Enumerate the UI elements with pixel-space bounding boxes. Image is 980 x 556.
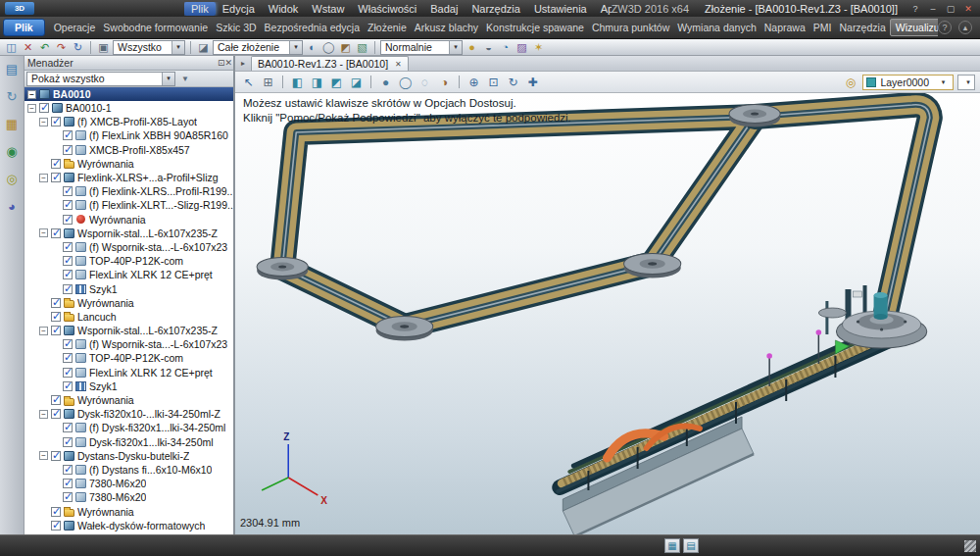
tree-item[interactable]: (f) Dystans fi...6x10-M6x10 (24, 463, 233, 477)
tree-item-label[interactable]: Flexlink-XLRS+...a-Profil+Slizg (77, 172, 219, 183)
tree-item[interactable]: (f) Flexlink-XLRT...-Slizg-R199.. (24, 198, 233, 212)
tree-checkbox[interactable] (63, 479, 73, 488)
menu-item-plik[interactable]: Plik (184, 2, 216, 16)
tree-item-label[interactable]: Dysk-fi320x1...lki-34-250ml (89, 436, 214, 448)
tree-item[interactable]: Wyrównania (24, 504, 233, 518)
tree-item-label[interactable]: Wspornik-stal...L-6x107x235-Z (77, 325, 218, 336)
close-icon[interactable]: ✕ (960, 2, 976, 15)
menu-item-aplikacje[interactable]: Aplikacje (594, 2, 612, 16)
tree-item[interactable]: −Wspornik-stal...L-6x107x235-Z (24, 324, 233, 337)
menu-item-właściwości[interactable]: Właściwości (351, 2, 423, 16)
tree-item[interactable]: −Dystans-Dysku-butelki-Z (24, 449, 233, 463)
tree-item-label[interactable]: TOP-40P-P12K-com (89, 352, 183, 364)
ribbon-tab-szkic-3d[interactable]: Szkic 3D (212, 19, 260, 36)
tree-item-label[interactable]: XMCB-Profil-X85x457 (89, 144, 190, 156)
tree-item[interactable]: FlexLink XLRK 12 CE+pręt (24, 268, 233, 281)
ribbon-tab-wizualizuj[interactable]: Wizualizuj (890, 19, 938, 36)
tree-item[interactable]: (f) Wspornik-sta...-L-6x107x23 (24, 240, 233, 254)
shadow-icon[interactable]: ◒ (481, 40, 496, 55)
scope-combo[interactable]: Całe złożenie▾ (213, 40, 303, 55)
isolate-icon[interactable]: ◩ (338, 40, 353, 55)
tree-item-label[interactable]: (f) Wspornik-sta...-L-6x107x23 (89, 241, 227, 253)
tree-item[interactable]: Lancuch (24, 310, 233, 324)
tree-item-label[interactable]: (f) FlexLink XBBH 90A85R160 (89, 129, 228, 141)
tree-expander[interactable]: − (39, 327, 48, 335)
tree-item[interactable]: −BA0010-1 (24, 101, 233, 115)
tree-checkbox[interactable] (51, 326, 61, 335)
tree-checkbox[interactable] (51, 298, 61, 308)
background-icon[interactable]: ▨ (514, 40, 529, 55)
ribbon-help-icon[interactable]: ? (938, 21, 952, 34)
layer-manager-icon[interactable]: ◎ (842, 74, 858, 90)
tree-checkbox[interactable] (63, 381, 73, 391)
wireframe-display-icon[interactable]: ◯ (397, 74, 414, 90)
corner-wheel[interactable] (376, 317, 433, 341)
ribbon-tab-bezpośrednia-edycja[interactable]: Bezpośrednia edycja (261, 19, 364, 36)
tree-checkbox[interactable] (63, 423, 73, 432)
regen-icon[interactable]: ↻ (71, 40, 85, 55)
tree-item-label[interactable]: Wyrównania (77, 394, 134, 406)
tree-item[interactable]: 7380-M6x20 (24, 477, 233, 490)
ribbon-tab-arkusz-blachy[interactable]: Arkusz blachy (411, 19, 482, 36)
tree-checkbox[interactable] (63, 200, 73, 210)
tree-checkbox[interactable] (51, 117, 61, 126)
tree-item[interactable]: Wyrównania (24, 296, 233, 310)
ribbon-tab-złożenie[interactable]: Złożenie (364, 19, 411, 36)
zoom-window-icon[interactable]: ⊡ (485, 74, 502, 90)
tree-item-label[interactable]: BA0010-1 (66, 102, 112, 114)
entity-filter-combo[interactable]: Wszystko▾ (113, 40, 185, 55)
tree-checkbox[interactable] (63, 215, 73, 225)
perspective-icon[interactable]: ◔ (498, 40, 513, 55)
tree-expander[interactable]: − (27, 104, 36, 113)
tree-item[interactable]: 7380-M6x20 (24, 490, 233, 504)
tree-checkbox[interactable] (63, 145, 73, 155)
menu-item-ustawienia[interactable]: Ustawienia (527, 2, 594, 16)
undo-icon[interactable]: ↶ (37, 40, 52, 55)
tree-expander[interactable]: − (39, 410, 48, 419)
tree-item-label[interactable]: Dysk-fi320x10-...lki-34-250ml-Z (77, 408, 220, 420)
chevron-down-icon[interactable]: ▾ (172, 41, 184, 54)
menu-item-wstaw[interactable]: Wstaw (305, 2, 351, 16)
tree-checkbox[interactable] (51, 451, 61, 461)
tree-expander[interactable]: − (39, 174, 48, 182)
tree-checkbox[interactable] (51, 173, 61, 182)
tree-item-label[interactable]: (f) Flexlink-XLRS...Profil-R199.. (89, 185, 232, 197)
tree-item-label[interactable]: Dystans-Dysku-butelki-Z (77, 450, 189, 462)
display-combo[interactable]: Normalnie▾ (380, 40, 463, 55)
tree-expander[interactable]: − (39, 451, 48, 460)
view-manager-icon[interactable]: ◎ (4, 171, 21, 187)
tree-item-label[interactable]: 7380-M6x20 (89, 491, 146, 503)
tree-item[interactable]: Szyk1 (24, 379, 233, 393)
ribbon-tab-naprawa[interactable]: Naprawa (760, 19, 809, 36)
select-icon[interactable]: ↖ (240, 74, 257, 90)
tree-item-label[interactable]: (f) Dystans fi...6x10-M6x10 (89, 464, 212, 476)
manager-close-icon[interactable]: ✕ (225, 58, 233, 68)
tree-item[interactable]: (f) FlexLink XBBH 90A85R160 (24, 128, 233, 142)
tree-checkbox[interactable] (51, 159, 61, 169)
menu-item-edycja[interactable]: Edycja (216, 2, 262, 16)
tree-filter-combo[interactable]: Pokaż wszystko ▾ (26, 72, 175, 86)
corner-wheel[interactable] (624, 254, 681, 278)
tree-item[interactable]: −Flexlink-XLRS+...a-Profil+Slizg (24, 171, 233, 184)
tree-checkbox[interactable] (51, 312, 61, 322)
ribbon-tab-swobodne-formowanie[interactable]: Swobodne formowanie (99, 19, 212, 36)
tree-item[interactable]: TOP-40P-P12K-com (24, 254, 233, 268)
tree-item[interactable]: Wałek-dysków-formatowych (24, 519, 233, 532)
hidden-edge-icon[interactable]: ◌ (416, 74, 433, 90)
zoom-all-icon[interactable]: ⊕ (466, 74, 482, 90)
tree-item[interactable]: (f) Dysk-fi320x1...lki-34-250ml (24, 421, 233, 434)
tree-item-label[interactable]: TOP-40P-P12K-com (89, 255, 183, 267)
menu-item-narzędzia[interactable]: Narzędzia (465, 2, 527, 16)
conveyor-track-branch[interactable] (755, 105, 930, 319)
tree-item-label[interactable]: (f) Dysk-fi320x1...lki-34-250ml (89, 422, 225, 433)
role-manager-icon[interactable]: ◕ (4, 198, 21, 215)
tree-item-label[interactable]: BA0010 (53, 88, 91, 100)
tree-item-label[interactable]: Wyrównania (77, 158, 134, 170)
layer-combo[interactable]: Layer0000 ▾ (862, 75, 954, 90)
show-entity-icon[interactable]: ◫ (4, 40, 19, 55)
corner-wheel[interactable] (729, 105, 780, 127)
tree-item[interactable]: (f) Wspornik-sta...-L-6x107x23 (24, 337, 233, 351)
tree-checkbox[interactable] (63, 270, 73, 279)
ribbon-tab-chmura-punktów[interactable]: Chmura punktów (588, 19, 673, 36)
tree-checkbox[interactable] (63, 492, 73, 502)
